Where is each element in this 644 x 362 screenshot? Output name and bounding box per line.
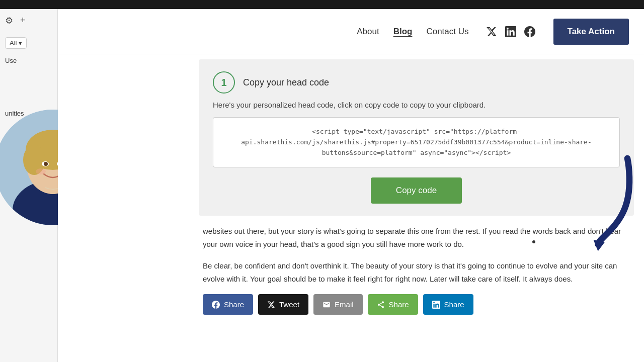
chevron-down-icon: ▾ bbox=[19, 39, 22, 47]
arrow-decoration bbox=[591, 151, 636, 256]
copy-code-button[interactable]: Copy code bbox=[371, 177, 462, 204]
sidebar-unities-text: unities bbox=[5, 110, 24, 117]
sidebar: ⚙ + All ▾ Use unities bbox=[0, 9, 58, 362]
email-share-label: Email bbox=[335, 300, 354, 309]
step-title: Copy your head code bbox=[243, 77, 329, 88]
twitter-tweet-label: Tweet bbox=[279, 300, 299, 309]
sharethis-label: Share bbox=[389, 300, 409, 309]
svg-point-11 bbox=[36, 168, 46, 174]
step-description: Here's your personalized head code, clic… bbox=[213, 101, 620, 109]
article-body: websites out there, but your story is wh… bbox=[199, 225, 634, 285]
linkedin-share-label: Share bbox=[444, 300, 464, 309]
linkedin-share-button[interactable]: Share bbox=[423, 294, 473, 315]
svg-point-13 bbox=[382, 301, 384, 303]
step-box: 1 Copy your head code Here's your person… bbox=[199, 59, 634, 216]
nav-about[interactable]: About bbox=[357, 27, 379, 37]
svg-line-17 bbox=[379, 303, 382, 304]
sharethis-button[interactable]: Share bbox=[368, 294, 418, 315]
plus-icon[interactable]: + bbox=[20, 15, 26, 26]
social-nav-icons bbox=[486, 26, 535, 37]
svg-point-14 bbox=[378, 304, 380, 306]
svg-point-9 bbox=[44, 162, 48, 166]
body-paragraph-2: Be clear, be confident and don't overthi… bbox=[203, 259, 630, 285]
step-number: 1 bbox=[213, 71, 235, 94]
linkedin-icon[interactable] bbox=[505, 26, 516, 37]
svg-line-16 bbox=[379, 305, 382, 307]
body-paragraph-1: websites out there, but your story is wh… bbox=[203, 225, 630, 250]
dropdown-label: All bbox=[10, 39, 17, 47]
copy-button-wrapper: Copy code bbox=[213, 177, 620, 204]
twitter-tweet-button[interactable]: Tweet bbox=[258, 294, 308, 315]
code-text: <script type="text/javascript" src="http… bbox=[222, 127, 610, 158]
take-action-button[interactable]: Take Action bbox=[553, 19, 629, 45]
top-bar bbox=[0, 0, 644, 9]
nav-blog[interactable]: Blog bbox=[393, 27, 413, 37]
main-content: 1 Copy your head code Here's your person… bbox=[58, 54, 644, 362]
twitter-icon[interactable] bbox=[486, 26, 497, 37]
top-navigation: About Blog Contact Us Take Action bbox=[58, 9, 644, 54]
facebook-icon[interactable] bbox=[524, 26, 535, 37]
share-buttons-row: Share Tweet Email Share Share bbox=[199, 294, 634, 315]
facebook-share-label: Share bbox=[224, 300, 244, 309]
svg-point-15 bbox=[382, 306, 384, 308]
sidebar-use-text: Use bbox=[5, 57, 17, 64]
facebook-share-button[interactable]: Share bbox=[203, 294, 253, 315]
sidebar-dropdown[interactable]: All ▾ bbox=[5, 37, 27, 49]
gear-icon[interactable]: ⚙ bbox=[5, 15, 13, 26]
step-header: 1 Copy your head code bbox=[213, 71, 620, 94]
nav-contact[interactable]: Contact Us bbox=[426, 27, 468, 37]
email-share-button[interactable]: Email bbox=[313, 294, 363, 315]
code-snippet: <script type="text/javascript" src="http… bbox=[213, 117, 620, 167]
